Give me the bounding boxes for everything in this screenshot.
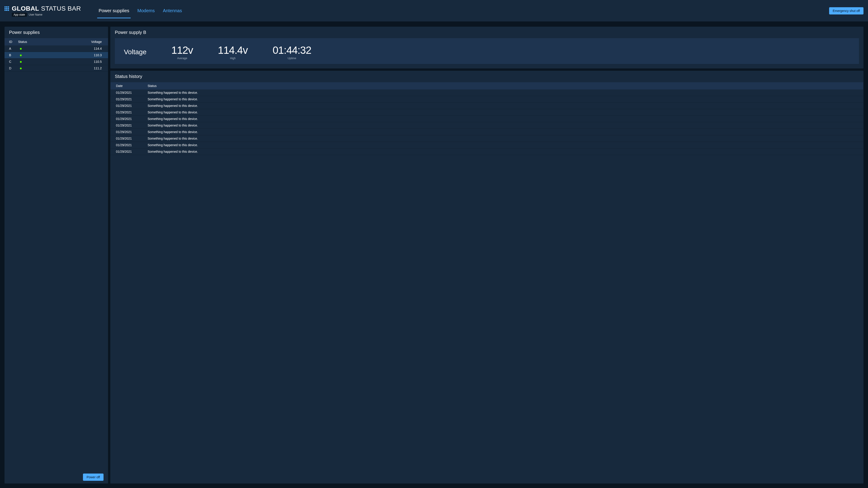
content: Power supply B Voltage 112v Average 114.…	[110, 27, 864, 484]
table-row: 01/29/2021Something happened to this dev…	[111, 103, 863, 109]
main: Power supplies ID Status Voltage A114.4B…	[0, 22, 868, 488]
panel-title: Power supplies	[4, 27, 108, 38]
stat-average-value: 112v	[171, 44, 193, 56]
sidebar-footer: Power off	[4, 471, 108, 484]
table-row[interactable]: A114.4	[4, 45, 108, 52]
stat-uptime-value: 01:44:32	[273, 44, 311, 56]
voltage-label: Voltage	[124, 48, 147, 56]
tab-label: Modems	[137, 8, 155, 13]
power-supplies-table-wrap: ID Status Voltage A114.4B110.3C110.5D111…	[4, 38, 108, 471]
stat-high-value: 114.4v	[218, 44, 248, 56]
table-row: 01/29/2021Something happened to this dev…	[111, 96, 863, 103]
tab-label: Power supplies	[98, 8, 129, 13]
cell-voltage: 110.3	[43, 52, 108, 59]
status-dot-icon	[20, 68, 22, 69]
cell-status: Something happened to this device.	[142, 142, 863, 149]
app-title-bold: GLOBAL	[12, 5, 39, 12]
col-status-header: Status	[16, 38, 43, 45]
table-row: 01/29/2021Something happened to this dev…	[111, 149, 863, 155]
cell-status: Something happened to this device.	[142, 116, 863, 122]
cell-date: 01/29/2021	[111, 122, 142, 129]
status-dot-icon	[20, 55, 22, 56]
user-name: User Name	[29, 13, 42, 16]
cell-status: Something happened to this device.	[142, 96, 863, 103]
app-title: GLOBAL STATUS BAR	[12, 5, 81, 12]
table-row: 01/29/2021Something happened to this dev…	[111, 142, 863, 149]
cell-date: 01/29/2021	[111, 116, 142, 122]
header-left: GLOBAL STATUS BAR App state User Name	[4, 0, 81, 22]
cell-status: Something happened to this device.	[142, 103, 863, 109]
table-row: 01/29/2021Something happened to this dev…	[111, 122, 863, 129]
cell-id: D	[4, 65, 16, 72]
power-supply-detail-panel: Power supply B Voltage 112v Average 114.…	[110, 27, 864, 68]
cell-status	[16, 65, 43, 72]
history-title: Status history	[110, 71, 864, 82]
emergency-shut-off-button[interactable]: Emergency shut off	[829, 7, 864, 14]
table-header-row: ID Status Voltage	[4, 38, 108, 45]
cell-date: 01/29/2021	[111, 109, 142, 116]
cell-status: Something happened to this device.	[142, 90, 863, 96]
table-row: 01/29/2021Something happened to this dev…	[111, 129, 863, 135]
cell-id: A	[4, 45, 16, 52]
header-right: Emergency shut off	[829, 0, 864, 22]
power-off-button[interactable]: Power off	[83, 474, 103, 481]
tab-power-supplies[interactable]: Power supplies	[94, 0, 133, 22]
cell-id: C	[4, 59, 16, 65]
cell-status	[16, 52, 43, 59]
status-dot-icon	[20, 61, 22, 63]
status-dot-icon	[20, 48, 22, 50]
table-header-row: Date Status	[111, 82, 863, 90]
table-row: 01/29/2021Something happened to this dev…	[111, 116, 863, 122]
cell-voltage: 110.5	[43, 59, 108, 65]
header-title-row: GLOBAL STATUS BAR	[4, 5, 81, 12]
tabs: Power supplies Modems Antennas	[94, 0, 186, 22]
status-history-table: Date Status 01/29/2021Something happened…	[111, 82, 863, 155]
stat-average-caption: Average	[177, 57, 187, 60]
cell-date: 01/29/2021	[111, 96, 142, 103]
table-row[interactable]: B110.3	[4, 52, 108, 59]
history-table-wrap: Date Status 01/29/2021Something happened…	[111, 82, 863, 484]
stat-high-caption: High	[230, 57, 236, 60]
stat-uptime: 01:44:32 Uptime	[273, 44, 311, 60]
stat-high: 114.4v High	[218, 44, 248, 60]
power-supplies-panel: Power supplies ID Status Voltage A114.4B…	[4, 27, 108, 484]
table-row[interactable]: D111.2	[4, 65, 108, 72]
col-date-header: Date	[111, 82, 142, 90]
header-sub: App state User Name	[12, 13, 81, 17]
stat-uptime-caption: Uptime	[287, 57, 296, 60]
apps-grid-icon[interactable]	[4, 6, 9, 11]
stat-inner: Voltage 112v Average 114.4v High 01:44:3…	[115, 38, 859, 64]
stat-average: 112v Average	[171, 44, 193, 60]
cell-voltage: 111.2	[43, 65, 108, 72]
cell-status: Something happened to this device.	[142, 109, 863, 116]
cell-status: Something happened to this device.	[142, 135, 863, 142]
cell-date: 01/29/2021	[111, 103, 142, 109]
cell-status	[16, 45, 43, 52]
cell-date: 01/29/2021	[111, 90, 142, 96]
app-state-badge: App state	[12, 13, 27, 17]
cell-date: 01/29/2021	[111, 149, 142, 155]
app-title-light: STATUS BAR	[41, 5, 81, 12]
table-row[interactable]: C110.5	[4, 59, 108, 65]
table-row: 01/29/2021Something happened to this dev…	[111, 109, 863, 116]
detail-title: Power supply B	[110, 27, 864, 38]
cell-date: 01/29/2021	[111, 129, 142, 135]
cell-status: Something happened to this device.	[142, 122, 863, 129]
cell-date: 01/29/2021	[111, 135, 142, 142]
cell-status: Something happened to this device.	[142, 129, 863, 135]
tab-modems[interactable]: Modems	[133, 0, 159, 22]
cell-status	[16, 59, 43, 65]
cell-voltage: 114.4	[43, 45, 108, 52]
cell-status: Something happened to this device.	[142, 149, 863, 155]
tab-label: Antennas	[163, 8, 182, 13]
col-status-header: Status	[142, 82, 863, 90]
cell-date: 01/29/2021	[111, 142, 142, 149]
table-row: 01/29/2021Something happened to this dev…	[111, 90, 863, 96]
power-supplies-table: ID Status Voltage A114.4B110.3C110.5D111…	[4, 38, 108, 72]
status-history-panel: Status history Date Status 01/29/2021Som…	[110, 71, 864, 484]
table-row: 01/29/2021Something happened to this dev…	[111, 135, 863, 142]
tab-antennas[interactable]: Antennas	[159, 0, 186, 22]
col-id-header: ID	[4, 38, 16, 45]
global-status-bar: GLOBAL STATUS BAR App state User Name Po…	[0, 0, 868, 22]
col-voltage-header: Voltage	[43, 38, 108, 45]
